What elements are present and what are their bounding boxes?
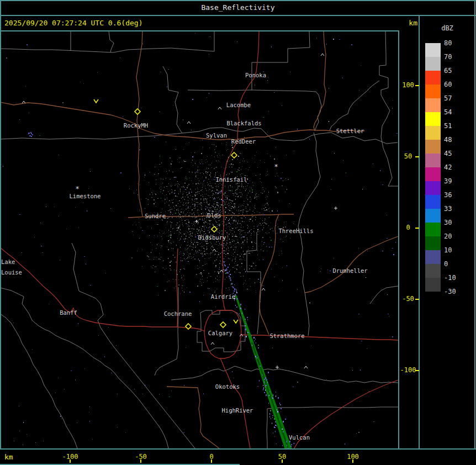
clutter-dot <box>264 208 265 209</box>
clutter-dot <box>194 240 194 240</box>
clutter-dot <box>268 192 269 193</box>
clutter-dot <box>194 258 195 260</box>
clutter-dot <box>262 220 263 221</box>
clutter-dot <box>267 197 267 198</box>
legend-value-label: 30 <box>444 219 452 226</box>
clutter-dot <box>265 220 265 221</box>
noise-dot <box>339 39 340 40</box>
clutter-dot <box>209 171 209 172</box>
noise-dot <box>3 166 3 167</box>
clutter-dot <box>236 235 236 235</box>
clutter-dot <box>225 207 226 208</box>
clutter-dot <box>200 231 201 232</box>
clutter-dot <box>184 292 184 293</box>
clutter-dot <box>195 163 195 164</box>
clutter-dot <box>224 250 225 251</box>
clutter-dot <box>192 228 192 229</box>
clutter-dot <box>246 198 247 198</box>
clutter-dot <box>183 186 184 187</box>
clutter-dot <box>197 192 198 192</box>
streak-speckle <box>230 274 231 275</box>
clutter-dot <box>162 220 163 221</box>
clutter-dot <box>250 232 250 233</box>
clutter-dot <box>162 219 162 220</box>
clutter-dot <box>198 252 198 252</box>
county-boundary-line <box>155 287 178 376</box>
clutter-dot <box>243 186 244 187</box>
window-left-border <box>0 0 1 450</box>
y-axis-tick-mark <box>415 85 419 86</box>
streak-speckle <box>263 387 264 389</box>
clutter-dot <box>204 253 205 255</box>
clutter-dot <box>206 190 207 191</box>
clutter-dot <box>234 209 235 209</box>
streak-core <box>252 342 289 450</box>
noise-dot <box>231 215 232 216</box>
noise-dot <box>90 171 91 172</box>
streak-speckle <box>229 271 230 272</box>
clutter-dot <box>172 217 173 218</box>
clutter-dot <box>251 235 251 236</box>
clutter-dot <box>258 246 259 246</box>
clutter-dot <box>184 234 185 235</box>
clutter-dot <box>251 199 251 199</box>
clutter-dot <box>230 155 231 156</box>
clutter-dot <box>224 218 225 218</box>
clutter-dot <box>160 230 160 230</box>
clutter-dot <box>222 155 223 155</box>
city-label: RedDeer <box>231 138 256 145</box>
clutter-dot <box>293 223 294 224</box>
clutter-dot <box>197 191 198 192</box>
streak-speckle <box>240 308 241 309</box>
clutter-dot <box>139 210 140 210</box>
clutter-dot <box>229 203 229 203</box>
clutter-dot <box>155 194 156 194</box>
noise-dot <box>229 258 230 259</box>
clutter-dot <box>241 186 242 187</box>
clutter-dot <box>228 224 228 224</box>
legend-color-block <box>425 209 441 223</box>
noise-dot <box>168 69 169 70</box>
clutter-dot <box>225 254 226 255</box>
noise-dot <box>158 295 158 295</box>
clutter-dot <box>269 211 269 212</box>
clutter-dot <box>241 169 241 170</box>
city-label: Blackfalds <box>226 120 261 126</box>
clutter-dot <box>155 257 155 257</box>
clutter-dot <box>189 246 191 246</box>
clutter-dot <box>189 292 191 293</box>
clutter-dot <box>234 241 235 241</box>
clutter-dot <box>216 222 217 223</box>
clutter-dot <box>241 225 242 225</box>
clutter-dot <box>149 182 149 183</box>
noise-dot <box>154 137 155 138</box>
clutter-dot <box>187 186 188 186</box>
clutter-dot <box>207 167 207 168</box>
clutter-dot <box>193 156 194 156</box>
clutter-dot <box>195 235 195 236</box>
clutter-dot <box>256 199 257 199</box>
city-label: Airdrie <box>211 293 235 300</box>
clutter-dot <box>239 206 239 207</box>
clutter-dot <box>131 257 133 258</box>
clutter-dot <box>267 196 268 197</box>
clutter-dot <box>213 224 214 225</box>
clutter-dot <box>239 207 239 208</box>
clutter-dot <box>215 220 216 221</box>
clutter-dot <box>188 228 189 229</box>
clutter-dot <box>162 183 163 183</box>
clutter-dot <box>272 210 273 212</box>
clutter-dot <box>223 206 223 207</box>
clutter-dot <box>215 278 216 279</box>
clutter-dot <box>150 172 150 173</box>
clutter-dot <box>234 206 235 207</box>
clutter-dot <box>171 234 171 235</box>
clutter-dot <box>203 163 203 164</box>
clutter-dot <box>235 190 236 191</box>
clutter-dot <box>179 162 179 162</box>
clutter-dot <box>226 277 227 278</box>
clutter-dot <box>205 198 206 199</box>
clutter-dot <box>166 194 167 195</box>
clutter-dot <box>188 226 188 227</box>
clutter-dot <box>240 162 240 163</box>
